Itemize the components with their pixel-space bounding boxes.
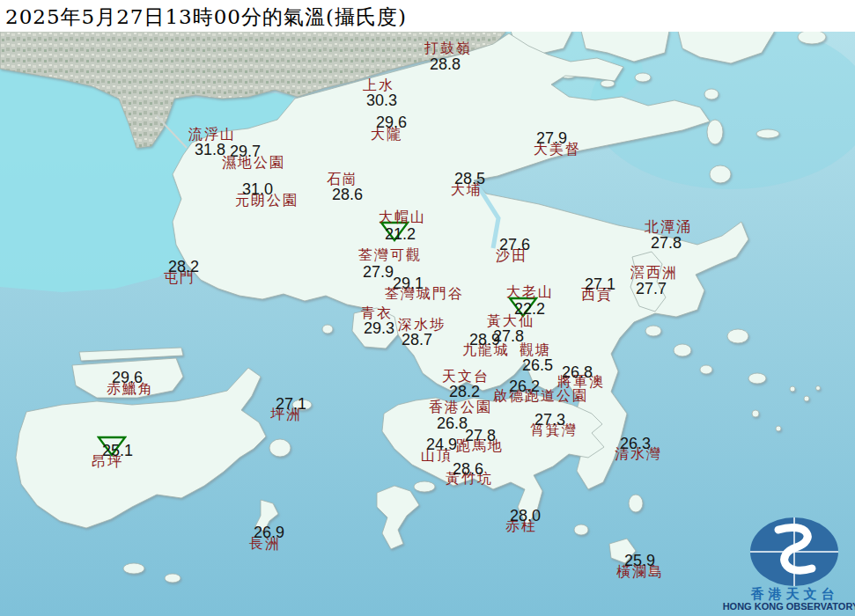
station-temp: 28.6 [332,187,363,202]
station-name: 青衣 [361,306,393,320]
station-temp: 21.2 [385,226,416,242]
station-temp: 26.8 [437,415,468,431]
station-name: 荃灣可觀 [358,248,422,262]
station-name: 流浮山 [188,128,236,142]
station-name: 石崗 [327,172,358,187]
station-name: 香港公園 [429,400,492,414]
hko-logo: 香港天文台 HONG KONG OBSERVATORY [722,510,855,616]
station-name: 深水埗 [398,318,446,332]
weather-map: 打鼓嶺28.8上水30.3大隴29.6流浮山31.8濕地公園29.7元朗公園31… [0,0,855,616]
station-temp: 27.3 [534,412,565,428]
station-temp: 26.8 [562,364,593,380]
hko-logo-english-text: HONG KONG OBSERVATORY [720,601,855,612]
station-temp: 28.2 [168,259,199,275]
station-name: 大老山 [506,285,554,299]
station-temp: 27.8 [651,235,682,251]
station-temp: 28.2 [449,384,480,400]
station-temp: 27.1 [276,396,306,412]
station-name: 滘西洲 [630,266,678,280]
station-temp: 31.0 [242,181,273,197]
station-temp: 25.1 [102,443,133,458]
station-temp: 28.8 [430,56,461,72]
station-name: 天文台 [442,370,490,384]
station-name: 啟德跑道公園 [493,389,588,403]
station-temp: 27.7 [636,281,667,297]
station-temp: 27.9 [363,264,394,280]
station-temp: 29.7 [230,143,261,159]
station-temp: 27.8 [465,428,496,444]
station-name: 北潭涌 [645,220,692,234]
station-temp: 26.9 [254,524,284,540]
station-name: 觀塘 [520,343,551,357]
station-name: 黃大仙 [487,314,534,328]
station-temp: 26.2 [509,378,540,394]
station-temp: 26.3 [620,436,651,451]
station-temp: 24.9 [426,436,457,452]
station-temp: 29.1 [393,275,424,291]
station-temp: 29.6 [112,370,143,385]
station-temp: 27.6 [499,237,530,253]
station-temp: 30.3 [366,92,397,108]
station-temp: 28.5 [454,171,485,187]
station-name: 大帽山 [379,210,426,224]
station-temp: 26.5 [522,357,553,373]
station-temp: 28.9 [469,332,500,348]
station-name: 上水 [363,78,394,92]
station-temp: 28.0 [510,508,541,524]
station-temp: 29.6 [376,114,407,130]
station-temp: 27.1 [585,276,615,292]
station-temp: 31.8 [195,142,225,158]
station-name: 打鼓嶺 [424,41,472,55]
station-temp: 28.6 [453,461,483,477]
station-temp: 28.7 [402,332,432,348]
station-temp: 25.9 [624,553,655,568]
page-title: 2025年5月27日13時00分的氣溫(攝氏度) [0,0,855,32]
station-temp: 27.9 [536,130,567,146]
station-temp: 29.3 [364,320,394,336]
